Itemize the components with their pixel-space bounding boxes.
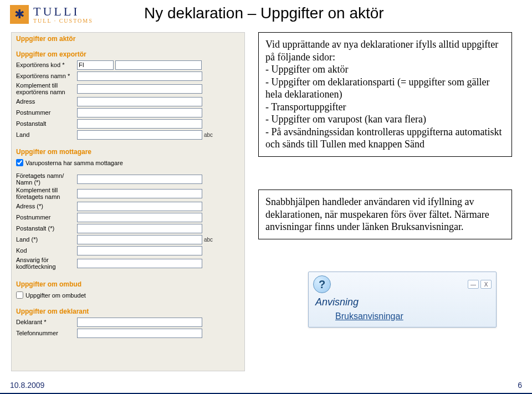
postanstalt-input[interactable]	[77, 119, 202, 129]
section-ombud: Uppgifter om ombud	[12, 278, 244, 289]
adress2-input[interactable]	[77, 202, 202, 211]
footer-date: 10.8.2009	[10, 381, 44, 390]
deklarant-input[interactable]	[77, 318, 202, 327]
adress2-label: Adress (*)	[16, 203, 77, 209]
telefon-input[interactable]	[77, 329, 202, 338]
ansvarig-input[interactable]	[77, 259, 202, 268]
postanstalt-label: Postanstalt	[16, 120, 77, 127]
footer-page-number: 6	[518, 381, 522, 390]
section-aktor: Uppgifter om aktör	[12, 33, 244, 44]
section-mottagare: Uppgifter om mottagare	[12, 146, 244, 157]
land-label: Land	[16, 131, 77, 138]
abc-hint: abc	[204, 132, 213, 138]
kod-label: Exportörens kod *	[16, 62, 77, 68]
logo: TULLI TULL · CUSTOMS	[10, 4, 93, 24]
adress-label: Adress	[16, 98, 77, 105]
section-deklarant: Uppgifter om deklarant	[12, 305, 244, 316]
samma-mottagare-label: Varuposterna har samma mottagare	[25, 160, 123, 166]
komplement-label: Komplement till exportörens namn	[16, 82, 77, 95]
land-input[interactable]	[77, 130, 202, 140]
help-minimize-button[interactable]: —	[468, 280, 479, 289]
help-question-icon: ?	[313, 275, 331, 293]
postanstalt2-label: Postanstalt (*)	[16, 225, 77, 232]
logo-main-text: TULLI	[33, 4, 93, 19]
postnr2-label: Postnummer	[16, 214, 77, 221]
kod-input[interactable]	[77, 60, 114, 70]
info1-b5: - På avsändningssidan kontrolleras uppgi…	[265, 126, 505, 151]
logo-sub-text: TULL · CUSTOMS	[33, 18, 93, 24]
postnr-input[interactable]	[77, 108, 202, 117]
help-link-bruksanvisningar[interactable]: Bruksanvisningar	[309, 311, 403, 327]
form-panel: Uppgifter om aktör Uppgifter om exportör…	[11, 32, 245, 371]
ombud-checkbox[interactable]	[16, 291, 23, 299]
info1-b4: - Uppgifter om varupost (kan vara flera)	[265, 113, 505, 126]
ansvarig-label: Ansvarig för kodförteckning	[16, 257, 77, 270]
section-exportor: Uppgifter om exportör	[12, 48, 244, 59]
kod-input-2[interactable]	[115, 60, 202, 70]
komplement-input[interactable]	[77, 84, 202, 94]
foretag-label: Företagets namn/ Namn (*)	[16, 172, 77, 186]
land2-label: Land (*)	[16, 236, 77, 243]
help-close-button[interactable]: X	[480, 280, 492, 289]
ombud-label: Uppgifter om ombudet	[25, 292, 86, 299]
foretag-input[interactable]	[77, 175, 202, 184]
deklarant-label: Deklarant *	[16, 319, 77, 325]
info1-b1: - Uppgifter om aktör	[265, 63, 505, 76]
info1-b3: - Transportuppgifter	[265, 101, 505, 114]
help-widget: ? — X Anvisning Bruksanvisningar	[308, 272, 497, 328]
kod2-input[interactable]	[77, 246, 202, 255]
land2-input[interactable]	[77, 235, 202, 244]
namn-input[interactable]	[77, 71, 202, 81]
samma-mottagare-checkbox[interactable]	[16, 159, 23, 166]
postnr2-input[interactable]	[77, 213, 202, 222]
info-box-1: Vid upprättande av nya deklarationer ify…	[258, 32, 512, 157]
postnr-label: Postnummer	[16, 109, 77, 116]
logo-icon	[10, 5, 29, 24]
adress-input[interactable]	[77, 97, 202, 106]
info1-line1: Vid upprättande av nya deklarationer ify…	[265, 38, 505, 63]
info2-text: Snabbhjälpen handleder användaren vid if…	[265, 196, 505, 233]
info-box-2: Snabbhjälpen handleder användaren vid if…	[258, 190, 512, 239]
namn-label: Exportörens namn *	[16, 73, 77, 79]
foretag-komp-input[interactable]	[77, 189, 202, 198]
info1-b2: - Uppgifter om deklarationsparti (= uppg…	[265, 76, 505, 101]
page-title: Ny deklaration – Uppgifter on aktör	[144, 4, 384, 22]
help-title: Anvisning	[309, 296, 496, 311]
abc-hint-2: abc	[204, 237, 213, 243]
kod2-label: Kod	[16, 247, 77, 254]
postanstalt2-input[interactable]	[77, 224, 202, 233]
foretag-komp-label: Komplement till företagets namn	[16, 187, 77, 200]
telefon-label: Telefonnummer	[16, 330, 77, 336]
